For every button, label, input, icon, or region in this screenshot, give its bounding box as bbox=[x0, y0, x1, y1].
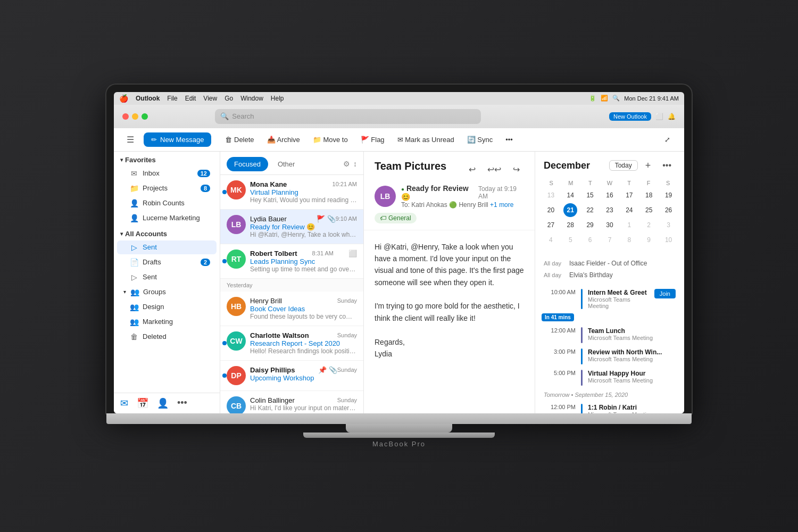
filter-icon[interactable]: ⚙ bbox=[343, 160, 350, 168]
cal-day[interactable]: 15 bbox=[583, 188, 597, 202]
cal-day[interactable]: 17 bbox=[622, 188, 636, 202]
cal-day[interactable]: 3 bbox=[662, 218, 676, 232]
sidebar-item-projects[interactable]: 📁 Projects 8 bbox=[117, 181, 217, 195]
archive-button[interactable]: 📥 Archive bbox=[262, 134, 305, 146]
today-button[interactable]: Today bbox=[609, 160, 638, 171]
cal-day[interactable]: 23 bbox=[603, 203, 617, 217]
forward-button[interactable]: ↪ bbox=[509, 162, 524, 177]
calendar-event[interactable]: 5:00 PM Virtual Happy Hour Microsoft Tea… bbox=[535, 367, 684, 388]
reply-button[interactable]: ↩ bbox=[464, 162, 480, 177]
calendar-event[interactable]: 12:00 PM 1:1 Robin / Katri Microsoft Tea… bbox=[535, 401, 684, 413]
sidebar-item-groups-header[interactable]: ▾ 👥 Groups bbox=[117, 285, 217, 299]
join-button[interactable]: Join bbox=[654, 289, 676, 298]
hamburger-button[interactable]: ☰ bbox=[122, 132, 138, 147]
cal-day[interactable]: 28 bbox=[563, 218, 577, 232]
sidebar-item-design[interactable]: 👥 Design bbox=[117, 300, 217, 314]
calendar-more-button[interactable]: ••• bbox=[658, 159, 676, 172]
tab-other[interactable]: Other bbox=[270, 157, 303, 171]
expand-button[interactable]: ⤢ bbox=[659, 134, 676, 146]
sidebar-item-marketing[interactable]: 👥 Marketing bbox=[117, 315, 217, 329]
notification-icon[interactable]: 🔔 bbox=[668, 113, 676, 120]
calendar-header-actions: Today + ••• bbox=[609, 158, 676, 173]
close-button[interactable] bbox=[122, 113, 129, 120]
tab-focused[interactable]: Focused bbox=[227, 157, 268, 171]
calendar-event[interactable]: 12:00 AM Team Lunch Microsoft Teams Meet… bbox=[535, 325, 684, 346]
cal-day[interactable]: 20 bbox=[544, 203, 558, 217]
contacts-nav-icon[interactable]: 👤 bbox=[157, 397, 169, 409]
menubar-help[interactable]: Help bbox=[271, 95, 284, 102]
sort-icon[interactable]: ↕ bbox=[353, 160, 357, 168]
email-item[interactable]: LB Lydia Bauer 🚩 📎 9:10 AM bbox=[220, 210, 363, 244]
email-item[interactable]: DP Daisy Phillips 📌 📎 Sunday bbox=[220, 361, 363, 391]
sidebar-item-lucerne[interactable]: 👤 Lucerne Marketing bbox=[117, 211, 217, 225]
cal-day[interactable]: 6 bbox=[583, 233, 597, 247]
calendar-event[interactable]: 10:00 AM Intern Meet & Greet Microsoft T… bbox=[535, 286, 684, 312]
email-item[interactable]: MK Mona Kane 10:21 AM Virtual Planning H… bbox=[220, 175, 363, 210]
cal-day[interactable]: 7 bbox=[603, 233, 617, 247]
fullscreen-button[interactable] bbox=[142, 113, 148, 120]
menubar-search[interactable]: 🔍 bbox=[612, 95, 620, 102]
menubar-time: Mon Dec 21 9:41 AM bbox=[624, 95, 679, 102]
cal-day[interactable]: 27 bbox=[544, 218, 558, 232]
cal-day[interactable]: 8 bbox=[622, 233, 636, 247]
mark-unread-button[interactable]: ✉ Mark as Unread bbox=[392, 134, 460, 146]
favorites-header: ▾ Favorites bbox=[114, 152, 220, 166]
sync-button[interactable]: 🔄 Sync bbox=[462, 134, 498, 146]
cal-day[interactable]: 10 bbox=[662, 233, 676, 247]
delete-button[interactable]: 🗑 Delete bbox=[220, 134, 259, 146]
email-item[interactable]: RT Robert Tolbert 8:31 AM ⬜ Leads Planni… bbox=[220, 244, 363, 279]
email-item[interactable]: CB Colin Ballinger Sunday Hi Katri, I'd … bbox=[220, 391, 363, 413]
cal-day[interactable]: 4 bbox=[544, 233, 558, 247]
category-tag[interactable]: 🏷 General bbox=[375, 213, 417, 223]
more-recipients[interactable]: +1 more bbox=[490, 201, 513, 209]
menubar-file[interactable]: File bbox=[167, 95, 177, 102]
cal-day[interactable]: 24 bbox=[622, 203, 636, 217]
cal-day[interactable]: 29 bbox=[583, 218, 597, 232]
menubar-view[interactable]: View bbox=[203, 95, 217, 102]
menubar-edit[interactable]: Edit bbox=[185, 95, 196, 102]
event-bar bbox=[581, 289, 583, 309]
cal-day[interactable]: 14 bbox=[563, 188, 577, 202]
sidebar-item-deleted[interactable]: 🗑 Deleted bbox=[117, 330, 217, 344]
cal-day[interactable]: 30 bbox=[603, 218, 617, 232]
calendar-event[interactable]: 3:00 PM Review with North Win... Microso… bbox=[535, 346, 684, 367]
minimize-button[interactable] bbox=[132, 113, 138, 120]
cal-day[interactable]: 5 bbox=[563, 233, 577, 247]
email-list: Focused Other ⚙ ↕ MK bbox=[220, 152, 364, 413]
more-nav-icon[interactable]: ••• bbox=[177, 397, 187, 409]
menubar-outlook[interactable]: Outlook bbox=[136, 95, 160, 102]
cal-day[interactable]: 19 bbox=[662, 188, 676, 202]
sender-details: ● Ready for Review 😊 Today at 9:19 AM To… bbox=[401, 184, 524, 209]
cal-day[interactable]: 18 bbox=[642, 188, 656, 202]
cal-day[interactable]: 25 bbox=[642, 203, 656, 217]
calendar-nav-icon[interactable]: 📅 bbox=[137, 397, 148, 409]
new-message-button[interactable]: ✏ New Message bbox=[144, 132, 211, 147]
cal-day[interactable]: 1 bbox=[622, 218, 636, 232]
cal-day-today[interactable]: 21 bbox=[563, 203, 577, 217]
reply-all-button[interactable]: ↩↩ bbox=[483, 162, 505, 177]
sidebar-item-robin[interactable]: 👤 Robin Counts bbox=[117, 196, 217, 210]
sidebar-item-inbox[interactable]: ✉ Inbox 12 bbox=[117, 167, 217, 180]
flag-button[interactable]: 🚩 Flag bbox=[355, 134, 390, 146]
mail-nav-icon[interactable]: ✉ bbox=[120, 397, 128, 409]
cal-day[interactable]: 9 bbox=[642, 233, 656, 247]
view-toggle-icon[interactable]: ⬜ bbox=[655, 113, 663, 120]
cal-day[interactable]: 16 bbox=[603, 188, 617, 202]
menubar-go[interactable]: Go bbox=[225, 95, 233, 102]
move-to-button[interactable]: 📁 Move to bbox=[307, 134, 353, 146]
sidebar-item-sent2[interactable]: ▷ Sent bbox=[117, 270, 217, 284]
email-preview: Hello! Research findings look positive f… bbox=[250, 347, 357, 355]
sidebar-item-sent[interactable]: ▷ Sent bbox=[117, 240, 217, 254]
cal-day[interactable]: 26 bbox=[662, 203, 676, 217]
email-item[interactable]: CW Charlotte Waltson Sunday Research Rep… bbox=[220, 326, 363, 361]
new-outlook-badge: New Outlook bbox=[609, 112, 651, 121]
sidebar-item-drafts[interactable]: 📄 Drafts 2 bbox=[117, 255, 217, 269]
add-event-button[interactable]: + bbox=[641, 158, 655, 173]
cal-day[interactable]: 22 bbox=[583, 203, 597, 217]
more-button[interactable]: ••• bbox=[500, 134, 518, 146]
search-bar[interactable]: 🔍 Search bbox=[215, 109, 481, 124]
menubar-window[interactable]: Window bbox=[240, 95, 263, 102]
email-item[interactable]: HB Henry Brill Sunday Book Cover Ideas F… bbox=[220, 292, 363, 326]
cal-day[interactable]: 13 bbox=[544, 188, 558, 202]
cal-day[interactable]: 2 bbox=[642, 218, 656, 232]
